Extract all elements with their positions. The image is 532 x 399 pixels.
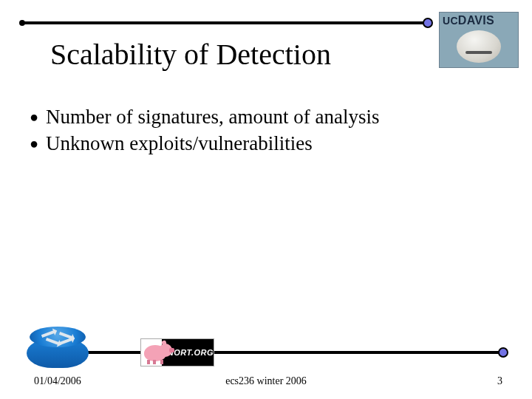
top-divider [22,19,427,27]
ucdavis-uc: UC [443,15,458,27]
slide-body: ● Number of signatures, amount of analys… [30,103,488,157]
footer-course: ecs236 winter 2006 [225,375,307,387]
egghead-slot-icon [466,51,492,54]
divider-cap-left-icon [19,20,25,26]
divider-bar [22,21,427,24]
footer-page-number: 3 [497,375,502,387]
ucdavis-logo: UCDAVIS [439,12,519,68]
list-item: ● Unknown exploits/vulnerabilities [30,130,488,157]
slide-title: Scalability of Detection [50,37,331,72]
bullet-icon: ● [30,136,38,151]
divider-cap-right-icon [498,347,508,358]
bottom-divider [74,349,502,356]
divider-bar [74,351,502,354]
snort-logo: SNORT.ORG [140,338,214,366]
bullet-text: Unknown exploits/vulnerabilities [46,130,313,157]
bullet-icon: ● [30,109,38,124]
egghead-icon [457,30,501,63]
pig-icon [141,339,162,366]
ucdavis-logo-label: UCDAVIS [443,14,494,27]
list-item: ● Number of signatures, amount of analys… [30,103,488,130]
slide: UCDAVIS Scalability of Detection ● Numbe… [0,0,532,399]
bullet-text: Number of signatures, amount of analysis [46,103,379,130]
divider-cap-right-icon [423,18,433,28]
footer-date: 01/04/2006 [34,375,81,387]
router-icon [27,327,89,368]
ucdavis-davis: DAVIS [458,14,494,27]
